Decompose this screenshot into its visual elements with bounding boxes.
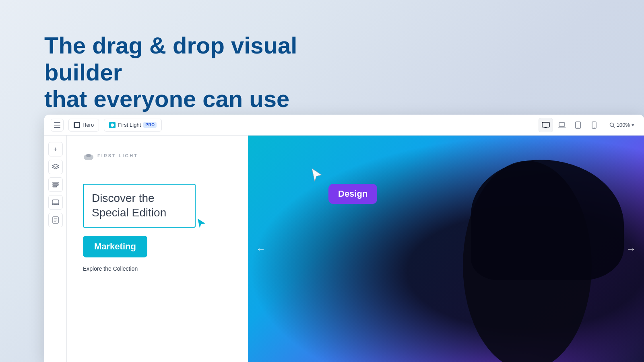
explore-link[interactable]: Explore the Collection	[83, 265, 138, 273]
headline-text: Discover the Special Edition	[92, 191, 187, 220]
zoom-control[interactable]: 100% ▾	[606, 122, 638, 128]
content-icon	[52, 181, 59, 188]
media-icon	[52, 199, 59, 206]
first-light-tab[interactable]: First Light PRO	[104, 119, 162, 132]
brand-logo-icon	[83, 152, 94, 160]
svg-rect-5	[559, 123, 565, 126]
svg-rect-15	[52, 200, 59, 205]
templates-icon	[52, 216, 59, 224]
pro-badge: PRO	[143, 122, 157, 128]
device-selector	[539, 118, 601, 132]
svg-point-9	[594, 127, 594, 128]
brand-logo: FIRST LIGHT	[83, 152, 232, 160]
svg-rect-17	[54, 204, 58, 205]
menu-button[interactable]	[51, 119, 64, 132]
layers-icon	[52, 164, 59, 170]
first-light-tab-icon	[109, 122, 116, 128]
left-sidebar: +	[44, 136, 67, 362]
layers-button[interactable]	[48, 160, 63, 174]
hero-tab-label: Hero	[83, 122, 94, 128]
design-badge: Design	[328, 184, 377, 204]
svg-point-7	[578, 127, 578, 128]
cursor-right-icon	[310, 168, 323, 184]
hamburger-icon	[54, 122, 60, 128]
hero-title: The drag & drop visual builder that ever…	[44, 32, 346, 113]
hero-section: The drag & drop visual builder that ever…	[44, 32, 346, 113]
svg-rect-0	[75, 123, 79, 127]
svg-rect-12	[53, 182, 58, 183]
marketing-button-label: Marketing	[94, 241, 136, 251]
content-button[interactable]	[48, 177, 63, 192]
canvas-left-panel: FIRST LIGHT Discover the Special Edition	[67, 136, 248, 362]
first-light-tab-label: First Light	[118, 122, 141, 128]
text-selection-container: Discover the Special Edition	[83, 184, 232, 228]
builder-body: +	[44, 136, 644, 362]
canvas-content: Discover the Special Edition Mark	[83, 184, 232, 350]
add-button[interactable]: +	[48, 142, 63, 156]
headline-textbox[interactable]: Discover the Special Edition	[83, 184, 196, 228]
svg-rect-13	[53, 184, 58, 185]
toolbar: Hero First Light PRO	[44, 115, 644, 136]
marketing-button[interactable]: Marketing	[83, 236, 147, 257]
canvas-inner: FIRST LIGHT Discover the Special Edition	[67, 136, 644, 362]
builder-window: Hero First Light PRO	[44, 115, 644, 362]
media-button[interactable]	[48, 195, 63, 210]
tablet-button[interactable]	[571, 118, 585, 132]
laptop-button[interactable]	[555, 118, 569, 132]
svg-rect-2	[542, 122, 549, 127]
plus-icon: +	[54, 146, 57, 153]
svg-line-11	[613, 126, 615, 128]
cursor-arrow-icon	[196, 217, 208, 232]
svg-point-1	[111, 123, 114, 127]
nav-left-button[interactable]: ←	[256, 243, 266, 255]
svg-point-23	[86, 154, 91, 157]
templates-button[interactable]	[48, 213, 63, 227]
canvas-area: FIRST LIGHT Discover the Special Edition	[67, 136, 644, 362]
mobile-button[interactable]	[587, 118, 601, 132]
hero-tab[interactable]: Hero	[68, 119, 99, 132]
hero-tab-icon	[74, 122, 80, 128]
brand-name: FIRST LIGHT	[97, 153, 138, 158]
svg-rect-14	[53, 186, 57, 187]
zoom-icon	[609, 122, 615, 128]
nav-right-button[interactable]: →	[626, 243, 636, 255]
zoom-chevron-icon: ▾	[632, 122, 634, 128]
desktop-button[interactable]	[539, 118, 553, 132]
zoom-value: 100%	[617, 122, 630, 128]
canvas-right-panel: Design ← →	[248, 136, 644, 362]
